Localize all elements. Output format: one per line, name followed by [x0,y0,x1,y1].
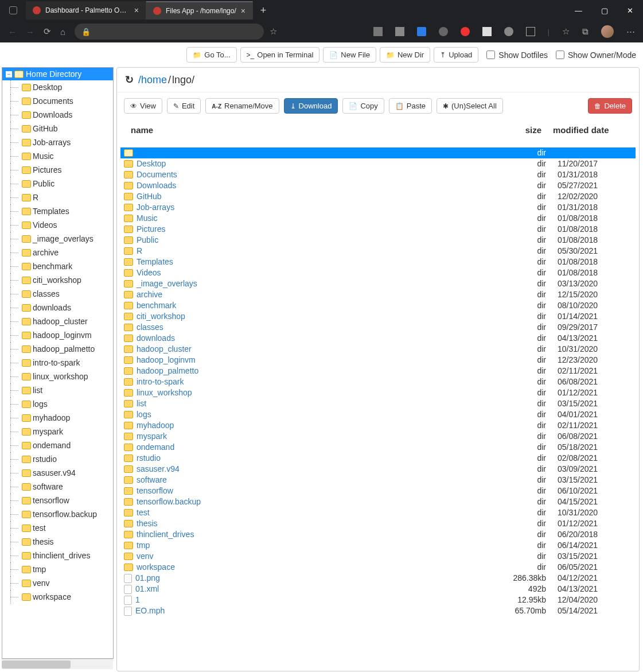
tree-item[interactable]: test [2,521,113,535]
tree-item[interactable]: Videos [2,218,113,232]
file-row[interactable]: Templatesdir01/08/2018 [120,257,636,267]
tree-item[interactable]: Downloads [2,108,113,122]
file-row[interactable]: citi_workshopdir01/14/2021 [120,311,636,322]
ext-icon-1[interactable] [373,27,383,36]
file-row[interactable]: 112.95kb12/04/2020 [120,595,636,605]
ext-icon-3[interactable] [417,27,426,36]
file-name-link[interactable]: tensorflow [137,485,173,496]
file-name-link[interactable]: Documents [137,169,177,180]
file-row[interactable]: thinclient_drivesdir06/20/2018 [120,529,636,540]
tree-item[interactable]: intro-to-spark [2,356,113,370]
ext-icon-5[interactable] [461,27,470,36]
file-name-link[interactable]: intro-to-spark [137,376,184,387]
menu-button[interactable]: ⋯ [626,26,635,37]
tree-item[interactable]: myspark [2,425,113,438]
tree-item[interactable]: citi_workshop [2,273,113,287]
tab-overview-button[interactable] [0,6,26,14]
close-window-button[interactable]: ✕ [617,0,643,21]
ext-icon-4[interactable] [439,27,448,36]
file-row[interactable]: Musicdir01/08/2018 [120,213,636,224]
file-name-link[interactable]: Downloads [137,180,176,191]
file-name-link[interactable]: tmp [137,540,150,551]
file-name-link[interactable]: venv [137,551,154,562]
file-name-link[interactable]: benchmark [137,300,176,311]
file-row[interactable]: hadoop_clusterdir10/31/2020 [120,344,636,355]
file-name-link[interactable]: Music [137,213,158,224]
tree-item[interactable]: archive [2,246,113,259]
tree-item[interactable]: Music [2,149,113,163]
file-row[interactable]: Publicdir01/08/2018 [120,235,636,246]
file-name-link[interactable]: Videos [137,267,161,278]
tree-item[interactable]: tensorflow [2,494,113,507]
file-row[interactable]: EO.mph65.70mb05/14/2021 [120,605,636,616]
file-row[interactable]: tmpdir06/14/2021 [120,540,636,551]
goto-button[interactable]: 📁Go To... [186,47,236,63]
open-terminal-button[interactable]: >_Open in Terminal [240,47,320,63]
breadcrumb-home[interactable]: /home [138,74,167,86]
tree-item[interactable]: Templates [2,204,113,218]
forward-button[interactable]: → [26,27,34,37]
file-row[interactable]: workspacedir06/05/2021 [120,562,636,573]
tree-item[interactable]: thinclient_drives [2,549,113,562]
col-name-header[interactable]: name [128,125,490,135]
file-name-link[interactable]: thinclient_drives [137,529,194,540]
tree-item[interactable]: Public [2,177,113,191]
file-name-link[interactable]: Pictures [137,224,166,235]
file-row[interactable]: downloadsdir04/13/2021 [120,333,636,344]
file-row[interactable]: Documentsdir01/31/2018 [120,169,636,180]
tree-item[interactable]: _image_overlays [2,232,113,246]
tree-item[interactable]: downloads [2,301,113,314]
copy-button[interactable]: 📄Copy [342,98,384,114]
tree-item[interactable]: ondemand [2,438,113,452]
file-row[interactable]: classesdir09/29/2017 [120,322,636,333]
file-name-link[interactable]: Templates [137,257,173,267]
view-button[interactable]: 👁View [124,98,162,114]
file-name-link[interactable]: _image_overlays [137,278,197,289]
tree-root-home[interactable]: − Home Directory [2,68,113,80]
new-tab-button[interactable]: + [253,5,274,17]
address-bar[interactable]: 🔒 [75,24,264,40]
col-date-header[interactable]: modified date [553,125,628,135]
favorites-icon[interactable]: ☆ [562,26,570,37]
file-row[interactable]: intro-to-sparkdir06/08/2021 [120,376,636,387]
sidebar-h-scrollbar[interactable] [2,659,113,669]
file-row[interactable]: Downloadsdir05/27/2021 [120,180,636,191]
tree-item[interactable]: thesis [2,535,113,549]
back-button[interactable]: ← [8,27,17,37]
favorite-button[interactable]: ☆ [270,26,277,37]
file-name-link[interactable]: classes [137,322,163,333]
rename-button[interactable]: A-ZRename/Move [205,98,279,114]
file-row[interactable]: benchmarkdir08/10/2020 [120,300,636,311]
file-row[interactable]: hadoop_loginvmdir12/23/2020 [120,355,636,366]
file-row[interactable]: _image_overlaysdir03/13/2020 [120,278,636,289]
close-tab-icon[interactable]: × [134,6,139,15]
file-name-link[interactable]: 01.png [135,573,160,584]
file-name-link[interactable]: thesis [137,518,158,529]
file-row[interactable]: Desktopdir11/20/2017 [120,158,636,169]
file-row[interactable]: thesisdir01/12/2021 [120,518,636,529]
file-row[interactable]: archivedir12/15/2020 [120,289,636,300]
file-row[interactable]: listdir03/15/2021 [120,398,636,409]
file-name-link[interactable]: .. [137,147,141,158]
file-name-link[interactable]: Desktop [137,158,166,169]
tree-item[interactable]: Job-arrays [2,135,113,149]
file-name-link[interactable]: 01.xml [135,584,159,595]
file-list[interactable]: ..dirDesktopdir11/20/2017Documentsdir01/… [117,147,639,671]
file-name-link[interactable]: workspace [137,562,175,573]
file-row[interactable]: rstudiodir02/08/2021 [120,453,636,464]
file-name-link[interactable]: archive [137,289,162,300]
download-button[interactable]: ⤓Download [284,98,338,114]
reload-button[interactable]: ⟳ [44,26,51,37]
tree-item[interactable]: sasuser.v94 [2,466,113,480]
tree-item[interactable]: workspace [2,590,113,604]
ext-icon-7[interactable] [504,27,513,36]
tree-item[interactable]: venv [2,576,113,590]
ext-icon-6[interactable] [482,27,492,36]
tree-item[interactable]: linux_workshop [2,370,113,383]
browser-tab[interactable]: Files App - /home/lngo/× [146,1,253,20]
col-size-header[interactable]: size [490,125,553,135]
show-owner-checkbox[interactable]: Show Owner/Mode [556,51,636,60]
tree-item[interactable]: benchmark [2,259,113,273]
file-row[interactable]: Videosdir01/08/2018 [120,267,636,278]
file-name-link[interactable]: myspark [137,431,167,442]
